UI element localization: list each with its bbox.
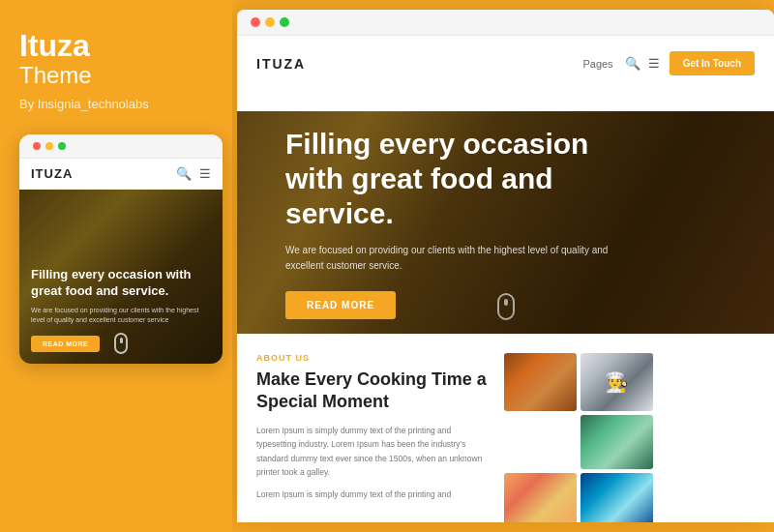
food-image-person [580, 353, 653, 411]
image-row-1 [504, 353, 653, 469]
desktop-dot-red [251, 17, 260, 27]
mobile-menu-icon[interactable]: ☰ [199, 166, 211, 181]
brand-subtitle: Theme [19, 63, 213, 88]
image-row-2 [504, 473, 653, 522]
mobile-dot-yellow [45, 142, 53, 150]
food-image-4 [580, 473, 653, 522]
desktop-search-icon[interactable]: 🔍 [625, 56, 640, 71]
mobile-preview-card: ITUZA 🔍 ☰ Filling every occasion with gr… [19, 134, 223, 364]
mobile-read-more-button[interactable]: READ MORE [31, 336, 100, 352]
mobile-hero-title: Filling every occasion with great food a… [31, 267, 211, 300]
mobile-hero-section: Filling every occasion with great food a… [19, 190, 223, 364]
mobile-dot-red [33, 142, 41, 150]
mobile-nav-icons: 🔍 ☰ [176, 166, 211, 181]
desktop-menu-icon[interactable]: ☰ [648, 56, 660, 71]
desktop-hero-wrapper: Filling every occasion with great food a… [237, 111, 774, 334]
desktop-nav-pages: Pages [582, 58, 612, 70]
desktop-content-section: ABOUT US Make Every Cooking Time a Speci… [237, 334, 774, 522]
desktop-hero-section: Filling every occasion with great food a… [237, 111, 774, 334]
desktop-cta-button[interactable]: Get In Touch [670, 51, 755, 75]
brand-name: Ituza [19, 29, 213, 63]
desktop-window-dots-bar [237, 10, 774, 36]
desktop-hero-button[interactable]: READ MORE [285, 291, 396, 319]
left-panel: Ituza Theme By Insignia_technolabs ITUZA… [0, 0, 232, 532]
mobile-scroll-dot [120, 338, 123, 343]
desktop-logo: ITUZA [256, 56, 306, 72]
desktop-scroll-indicator [497, 293, 515, 320]
mobile-hero-subtitle: We are focused on providing our clients … [31, 306, 211, 325]
desktop-nav-bar: ITUZA Pages 🔍 ☰ Get In Touch [237, 42, 774, 85]
mobile-search-icon[interactable]: 🔍 [176, 166, 192, 181]
mobile-window-dots [19, 134, 223, 159]
food-image-3 [504, 473, 577, 522]
desktop-hero-content: Filling every occasion with great food a… [285, 127, 653, 319]
desktop-dot-yellow [265, 17, 275, 27]
food-image-2 [580, 415, 653, 469]
mobile-nav-bar: ITUZA 🔍 ☰ [19, 159, 223, 190]
desktop-scroll-dot [504, 299, 508, 306]
brand-by: By Insignia_technolabs [19, 97, 213, 111]
desktop-image-grid [504, 353, 653, 522]
content-body-2: Lorem Ipsum is simply dummy text of the … [256, 488, 489, 501]
about-label: ABOUT US [256, 353, 489, 363]
mobile-logo: ITUZA [31, 166, 73, 181]
desktop-hero-subtitle: We are focused on providing our clients … [285, 243, 614, 274]
content-body-1: Lorem Ipsum is simply dummy text of the … [256, 424, 489, 480]
food-image-1 [504, 353, 577, 411]
mobile-scroll-indicator [114, 333, 128, 354]
mobile-dot-green [58, 142, 66, 150]
desktop-dot-green [280, 17, 289, 27]
desktop-preview-panel: ITUZA Pages 🔍 ☰ Get In Touch Filling eve… [237, 10, 774, 522]
desktop-content-left: ABOUT US Make Every Cooking Time a Speci… [256, 353, 489, 522]
content-title: Make Every Cooking Time a Special Moment [256, 369, 489, 414]
desktop-hero-title: Filling every occasion with great food a… [285, 127, 653, 231]
